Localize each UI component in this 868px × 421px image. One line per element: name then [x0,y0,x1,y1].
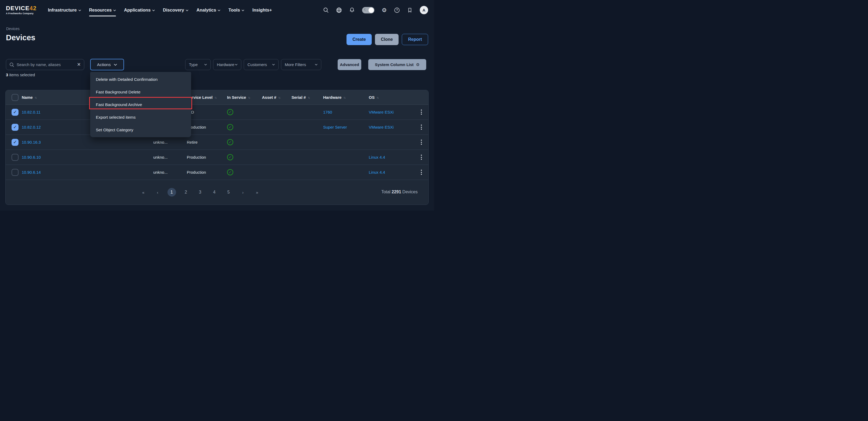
os-link[interactable]: Linux 4.4 [369,155,385,159]
device42-logo[interactable]: DEVICE42 A Freshworks Company [6,5,36,15]
nav-item-insights-[interactable]: Insights+ [252,6,272,14]
last-page-button[interactable]: » [253,188,261,197]
toggle-knob [369,7,374,13]
device-name-link[interactable]: 10.90.16.3 [22,140,41,145]
device42-app: DEVICE42 A Freshworks Company Infrastruc… [0,0,434,210]
search-input[interactable] [17,62,74,67]
theme-toggle[interactable]: ☾ [362,7,374,13]
chevron-down-icon [113,9,116,11]
help-icon[interactable]: ? [394,7,400,13]
bookmark-icon[interactable] [407,7,412,13]
actions-menu: Delete with Detailed ConfirmationFast Ba… [90,72,191,137]
page-4-button[interactable]: 4 [210,188,219,197]
service-level-cell: Retire [187,140,227,145]
sort-icon[interactable]: ↑↓ [248,96,250,99]
nav-item-tools[interactable]: Tools [228,6,244,14]
device-name-link[interactable]: 10.82.0.11 [22,110,40,114]
nav-item-infrastructure[interactable]: Infrastructure [48,6,81,14]
page-5-button[interactable]: 5 [224,188,233,197]
breadcrumb[interactable]: Devices [6,27,20,31]
filter-type[interactable]: Type [185,59,211,70]
row-checkbox[interactable]: ✓ [11,109,19,116]
column-header-hardware: Hardware↑↓ [323,95,369,100]
actions-dropdown-button[interactable]: Actions [90,59,124,70]
hardware-link[interactable]: 1760 [323,110,332,114]
in-service-check-icon: ✓ [227,169,233,175]
chevron-down-icon [235,64,238,65]
globe-icon[interactable] [336,7,342,13]
devices-table-card: Name↑↓Type↑↓Service Level↑↓In Service↑↓A… [5,90,429,205]
row-checkbox[interactable] [11,169,19,176]
os-link[interactable]: VMware ESXi [369,125,394,129]
row-checkbox[interactable]: ✓ [11,124,19,131]
bell-icon[interactable] [349,7,355,13]
nav-item-resources[interactable]: Resources [89,6,116,14]
table-row: ✓ 10.82.0.11 D ✓ 1760 VMware ESXi [6,105,428,120]
table-row: 10.90.6.10 unkno... Production ✓ Linux 4… [6,150,428,165]
type-cell: unkno... [153,140,187,145]
device-name-link[interactable]: 10.90.6.10 [22,155,41,159]
avatar[interactable]: A [420,6,428,14]
nav-item-analytics[interactable]: Analytics [196,6,220,14]
type-cell: unkno... [153,155,187,159]
pagination: «‹12345›» [139,188,261,197]
report-button[interactable]: Report [402,34,428,45]
gear-icon[interactable]: ⚙ [382,7,387,13]
os-link[interactable]: Linux 4.4 [369,170,385,175]
page-3-button[interactable]: 3 [196,188,205,197]
hardware-link[interactable]: Super Server [323,125,347,129]
system-column-list-button[interactable]: System Column List ⚙ [368,59,426,70]
chevron-down-icon [114,64,117,66]
clear-search-icon[interactable]: ✕ [77,62,81,67]
prev-page-button[interactable]: ‹ [153,188,162,197]
filter-hardware[interactable]: Hardware [213,59,241,70]
page-1-button[interactable]: 1 [167,188,176,197]
sort-icon[interactable]: ↑↓ [278,96,280,99]
row-checkbox[interactable]: ✓ [11,139,19,146]
menu-item-fast-background-delete[interactable]: Fast Background Delete [90,86,191,98]
select-all-checkbox[interactable] [11,94,19,101]
chevron-down-icon [186,9,188,11]
moon-icon: ☾ [364,8,367,11]
menu-item-set-object-category[interactable]: Set Object Category [90,123,191,136]
row-checkbox[interactable] [11,154,19,161]
column-header-service: Service Level↑↓ [187,95,227,100]
row-menu-kebab-icon[interactable] [419,109,424,116]
row-menu-kebab-icon[interactable] [419,154,424,161]
menu-item-export-selected-items[interactable]: Export selected items [90,111,191,123]
filter-more-filters[interactable]: More Filters [281,59,321,70]
create-button[interactable]: Create [346,34,372,45]
sort-icon[interactable]: ↑↓ [35,96,36,99]
sort-icon[interactable]: ↑↓ [377,96,378,99]
advanced-button[interactable]: Advanced [338,59,361,70]
page-actions: Create Clone Report [346,34,428,45]
table-row: 10.90.6.14 unkno... Production ✓ Linux 4… [6,165,428,180]
chevron-down-icon [152,9,155,11]
sort-icon[interactable]: ↑↓ [343,96,345,99]
menu-item-fast-background-archive[interactable]: Fast Background Archive [90,98,191,111]
nav-item-applications[interactable]: Applications [124,6,155,14]
menu-item-delete-with-detailed-confirmation[interactable]: Delete with Detailed Confirmation [90,73,191,86]
selected-summary: 3 items selected [6,72,35,77]
sort-icon[interactable]: ↑↓ [308,96,309,99]
sort-icon[interactable]: ↑↓ [214,96,216,99]
chevron-down-icon [272,64,275,65]
filter-customers[interactable]: Customers [244,59,279,70]
logo-brand: DEVICE42 [6,5,36,11]
os-link[interactable]: VMware ESXi [369,110,394,114]
nav-item-discovery[interactable]: Discovery [163,6,188,14]
row-menu-kebab-icon[interactable] [419,123,424,131]
table-row: ✓ 10.82.0.12 Production ✓ Super Server V… [6,120,428,135]
search-icon[interactable] [323,7,329,13]
row-menu-kebab-icon[interactable] [419,169,424,176]
service-level-cell: Production [187,155,227,159]
in-service-check-icon: ✓ [227,124,233,130]
page-2-button[interactable]: 2 [182,188,190,197]
topbar-icons: ☾ ⚙ ? A [323,6,428,14]
device-name-link[interactable]: 10.90.6.14 [22,170,41,175]
first-page-button[interactable]: « [139,188,148,197]
clone-button[interactable]: Clone [375,34,399,45]
row-menu-kebab-icon[interactable] [419,139,424,146]
next-page-button[interactable]: › [239,188,247,197]
device-name-link[interactable]: 10.82.0.12 [22,125,41,129]
